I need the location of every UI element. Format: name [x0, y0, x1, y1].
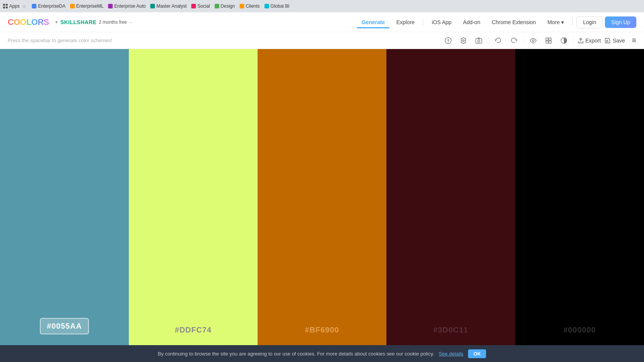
- bookmark-social[interactable]: Social: [191, 3, 210, 9]
- bookmark-label: Clients: [246, 3, 260, 9]
- logo[interactable]: COOLORS: [8, 17, 49, 27]
- export-button[interactable]: Export: [578, 38, 601, 44]
- navbar-left: COOLORS + SKILLSHARE 2 months free →: [8, 17, 133, 27]
- color-swatch-2[interactable]: #DDFC74: [129, 49, 258, 345]
- undo-icon[interactable]: [493, 35, 504, 46]
- svg-text:?: ?: [447, 38, 450, 43]
- nav-divider-2: [572, 18, 573, 26]
- signup-button[interactable]: Sign Up: [605, 16, 636, 28]
- nav-more[interactable]: More ▾: [543, 16, 568, 28]
- svg-point-3: [478, 40, 480, 42]
- bookmark-global-bi[interactable]: Global BI: [264, 3, 289, 9]
- toolbar-icons: ? Export Save: [442, 35, 636, 46]
- toolbar-separator-2: [523, 37, 524, 44]
- bookmark-label: EnterpriseML: [76, 3, 104, 9]
- save-button[interactable]: Save: [605, 38, 625, 44]
- export-label: Export: [585, 38, 601, 44]
- color-palette: #0055AA #DDFC74 #BF6900 #3D0C11 #000000: [0, 49, 644, 345]
- bookmark-icon: [215, 4, 219, 8]
- bookmark-master-analyst[interactable]: Master Analyst: [150, 3, 187, 9]
- nav-chrome[interactable]: Chrome Extension: [487, 16, 540, 28]
- browser-bookmarks: EnterpriseDA EnterpriseML Enterprise Aut…: [29, 3, 641, 9]
- bookmark-label: Global BI: [271, 3, 289, 9]
- cookie-text: By continuing to browse the site you are…: [158, 351, 434, 357]
- svg-point-4: [532, 39, 534, 41]
- navbar-nav: Generate Explore iOS App Add-on Chrome E…: [357, 16, 636, 28]
- color-swatch-1[interactable]: #0055AA: [0, 49, 129, 345]
- bookmark-icon: [191, 4, 196, 8]
- login-button[interactable]: Login: [577, 16, 603, 28]
- bookmark-icon: [264, 4, 269, 8]
- eye-icon[interactable]: [527, 35, 539, 46]
- bookmark-icon: [70, 4, 75, 8]
- bookmark-icon: [150, 4, 155, 8]
- color-hex-selected[interactable]: #0055AA: [40, 318, 89, 334]
- browser-chrome: Apps ☆ EnterpriseDA EnterpriseML Enterpr…: [0, 0, 644, 12]
- color-swatch-5[interactable]: #000000: [515, 49, 644, 345]
- bookmark-label: EnterpriseDA: [38, 3, 65, 9]
- skillshare-logo: SKILLSHARE: [60, 19, 96, 25]
- toolbar-hint: Press the spacebar to generate color sch…: [8, 38, 438, 43]
- bookmark-label: Enterprise Auto: [114, 3, 146, 9]
- color-hex-5[interactable]: #000000: [564, 326, 596, 334]
- cookie-details-link[interactable]: See details: [439, 351, 463, 357]
- hamburger-icon[interactable]: ≡: [632, 36, 636, 45]
- color-hex-2[interactable]: #DDFC74: [175, 326, 212, 334]
- bookmark-icon: [108, 4, 113, 8]
- bookmark-icon: [32, 4, 36, 8]
- svg-rect-2: [476, 39, 482, 43]
- browser-apps[interactable]: Apps: [3, 3, 20, 9]
- bookmark-label: Design: [221, 3, 235, 9]
- settings-icon[interactable]: [458, 35, 469, 46]
- skillshare-badge[interactable]: + SKILLSHARE 2 months free →: [55, 19, 133, 25]
- arrow-icon: →: [128, 20, 133, 25]
- svg-rect-6: [549, 38, 551, 40]
- save-label: Save: [613, 38, 625, 44]
- bookmark-label: Social: [197, 3, 210, 9]
- bookmark-icon: [240, 4, 244, 8]
- grid-icon[interactable]: [543, 35, 554, 46]
- redo-icon[interactable]: [508, 35, 519, 46]
- toolbar-separator: [488, 37, 489, 44]
- nav-ios[interactable]: iOS App: [427, 16, 456, 28]
- bookmark-enterprisedna[interactable]: EnterpriseDA: [32, 3, 65, 9]
- svg-rect-8: [549, 41, 551, 43]
- bookmark-label: Master Analyst: [156, 3, 187, 9]
- svg-rect-7: [546, 41, 548, 43]
- bookmark-enterprise-auto[interactable]: Enterprise Auto: [108, 3, 146, 9]
- free-badge: 2 months free →: [99, 20, 133, 25]
- cookie-banner: By continuing to browse the site you are…: [0, 345, 644, 362]
- color-swatch-3[interactable]: #BF6900: [258, 49, 386, 345]
- color-hex-3[interactable]: #BF6900: [305, 326, 339, 334]
- nav-explore[interactable]: Explore: [392, 16, 419, 28]
- bookmark-design[interactable]: Design: [215, 3, 235, 9]
- toolbar: Press the spacebar to generate color sch…: [0, 32, 644, 49]
- plus-icon: +: [55, 19, 58, 25]
- svg-rect-5: [546, 38, 548, 40]
- apps-label: Apps: [9, 3, 20, 9]
- navbar: COOLORS + SKILLSHARE 2 months free → Gen…: [0, 12, 644, 32]
- contrast-icon[interactable]: [558, 35, 570, 46]
- bookmark-star-icon: ☆: [22, 3, 26, 9]
- color-hex-4[interactable]: #3D0C11: [433, 326, 468, 334]
- help-icon[interactable]: ?: [442, 35, 454, 46]
- bookmark-clients[interactable]: Clients: [240, 3, 260, 9]
- toolbar-separator-3: [573, 37, 574, 44]
- camera-icon[interactable]: [473, 35, 485, 46]
- nav-addon[interactable]: Add-on: [458, 16, 485, 28]
- bookmark-enterpriseml[interactable]: EnterpriseML: [70, 3, 104, 9]
- color-swatch-4[interactable]: #3D0C11: [386, 49, 515, 345]
- cookie-ok-button[interactable]: OK: [468, 349, 486, 358]
- nav-generate[interactable]: Generate: [357, 16, 389, 28]
- nav-divider: [423, 18, 423, 26]
